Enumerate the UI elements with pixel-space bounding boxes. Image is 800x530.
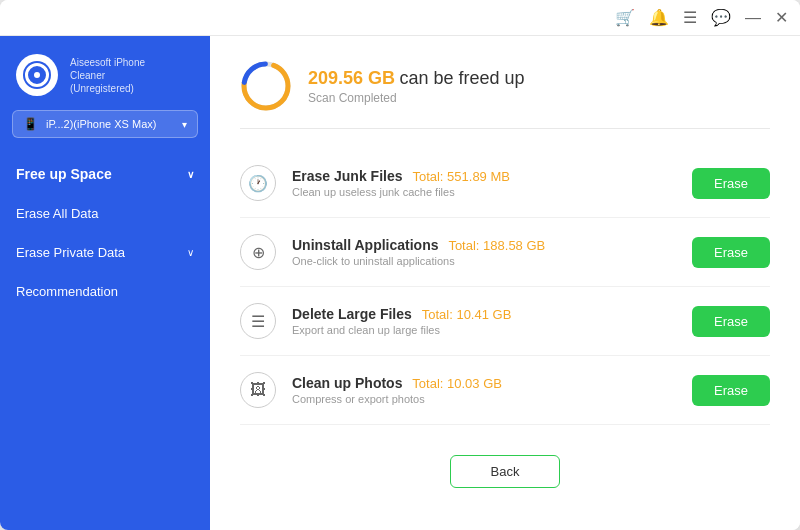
sidebar-item-recommendation[interactable]: Recommendation	[0, 272, 210, 311]
scan-amount: 209.56 GB	[308, 68, 395, 88]
file-icon: ☰	[240, 303, 276, 339]
feature-info-apps: Uninstall Applications Total: 188.58 GB …	[292, 237, 676, 267]
cart-icon[interactable]: 🛒	[615, 8, 635, 27]
menu-icon[interactable]: ☰	[683, 8, 697, 27]
scan-label: can be freed up	[400, 68, 525, 88]
feature-desc-junk: Clean up useless junk cache files	[292, 186, 676, 198]
erase-junk-button[interactable]: Erase	[692, 168, 770, 199]
sidebar-item-erase-private-data[interactable]: Erase Private Data ∨	[0, 233, 210, 272]
device-selector[interactable]: 📱 iP...2)(iPhone XS Max) ▾	[12, 110, 198, 138]
main-layout: Aiseesoft iPhone Cleaner (Unregistered) …	[0, 36, 800, 530]
feature-info-junk: Erase Junk Files Total: 551.89 MB Clean …	[292, 168, 676, 198]
sidebar-header: Aiseesoft iPhone Cleaner (Unregistered)	[0, 36, 210, 110]
chat-icon[interactable]: 💬	[711, 8, 731, 27]
titlebar-controls: 🛒 🔔 ☰ 💬 — ✕	[615, 8, 788, 27]
feature-title-photos: Clean up Photos Total: 10.03 GB	[292, 375, 676, 391]
scan-sub: Scan Completed	[308, 91, 525, 105]
sidebar-item-free-up-space[interactable]: Free up Space ∨	[0, 154, 210, 194]
feature-desc-apps: One-click to uninstall applications	[292, 255, 676, 267]
feature-title-files: Delete Large Files Total: 10.41 GB	[292, 306, 676, 322]
device-label: iP...2)(iPhone XS Max)	[46, 118, 174, 130]
feature-row-junk: 🕐 Erase Junk Files Total: 551.89 MB Clea…	[240, 149, 770, 218]
content-area: 209.56 GB can be freed up Scan Completed…	[210, 36, 800, 530]
app-logo	[16, 54, 58, 96]
feature-info-files: Delete Large Files Total: 10.41 GB Expor…	[292, 306, 676, 336]
chevron-down-icon: ▾	[182, 119, 187, 130]
clock-icon: 🕐	[240, 165, 276, 201]
phone-icon: 📱	[23, 117, 38, 131]
sidebar-item-erase-all-data[interactable]: Erase All Data	[0, 194, 210, 233]
feature-desc-photos: Compress or export photos	[292, 393, 676, 405]
app-name: Aiseesoft iPhone Cleaner (Unregistered)	[70, 56, 145, 95]
bottom-bar: Back	[240, 441, 770, 506]
image-icon: 🖼	[240, 372, 276, 408]
back-button[interactable]: Back	[450, 455, 561, 488]
chevron-icon: ∨	[187, 169, 194, 180]
titlebar: 🛒 🔔 ☰ 💬 — ✕	[0, 0, 800, 36]
chevron-icon-2: ∨	[187, 247, 194, 258]
scan-amount-line: 209.56 GB can be freed up	[308, 68, 525, 89]
scan-result: 209.56 GB can be freed up Scan Completed	[240, 60, 770, 129]
feature-list: 🕐 Erase Junk Files Total: 551.89 MB Clea…	[240, 149, 770, 441]
feature-info-photos: Clean up Photos Total: 10.03 GB Compress…	[292, 375, 676, 405]
erase-photos-button[interactable]: Erase	[692, 375, 770, 406]
minimize-icon[interactable]: —	[745, 9, 761, 27]
star-circle-icon: ⊕	[240, 234, 276, 270]
scan-circle-icon	[240, 60, 292, 112]
feature-row-photos: 🖼 Clean up Photos Total: 10.03 GB Compre…	[240, 356, 770, 425]
feature-desc-files: Export and clean up large files	[292, 324, 676, 336]
erase-files-button[interactable]: Erase	[692, 306, 770, 337]
feature-title-apps: Uninstall Applications Total: 188.58 GB	[292, 237, 676, 253]
scan-info: 209.56 GB can be freed up Scan Completed	[308, 68, 525, 105]
feature-title-junk: Erase Junk Files Total: 551.89 MB	[292, 168, 676, 184]
feature-row-apps: ⊕ Uninstall Applications Total: 188.58 G…	[240, 218, 770, 287]
feature-row-files: ☰ Delete Large Files Total: 10.41 GB Exp…	[240, 287, 770, 356]
erase-apps-button[interactable]: Erase	[692, 237, 770, 268]
sidebar: Aiseesoft iPhone Cleaner (Unregistered) …	[0, 36, 210, 530]
bell-icon[interactable]: 🔔	[649, 8, 669, 27]
close-icon[interactable]: ✕	[775, 8, 788, 27]
